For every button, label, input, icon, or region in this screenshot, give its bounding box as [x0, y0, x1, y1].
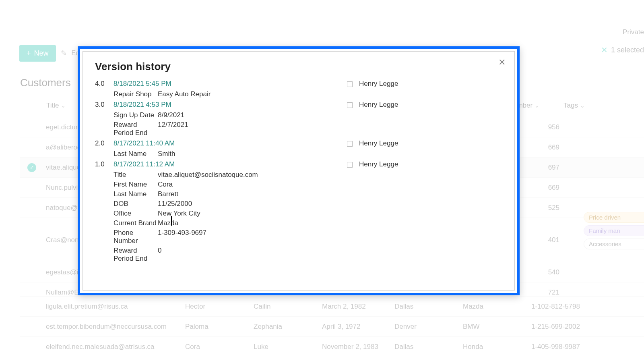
close-button[interactable]: ✕	[498, 57, 506, 68]
row-number: 401	[531, 236, 559, 244]
chevron-down-icon: ⌄	[580, 102, 585, 109]
field-value[interactable]: Easy Auto Repair	[158, 90, 347, 98]
version-history-dialog: Version history ✕ 4.08/18/2021 5:45 PMHe…	[78, 46, 520, 295]
row-number: 669	[531, 143, 559, 151]
field-value: 0	[158, 247, 347, 263]
dob: April 3, 1972	[322, 323, 394, 331]
row-title: eleifend.nec.malesuada@atrisus.ca	[20, 343, 185, 351]
row-title: ligula.elit.pretium@risus.ca	[20, 303, 185, 311]
text-cursor	[171, 216, 172, 226]
table-row[interactable]: eleifend.nec.malesuada@atrisus.caCoraLuk…	[20, 336, 644, 357]
table-row[interactable]: ligula.elit.pretium@risus.caHectorCailin…	[20, 296, 644, 316]
brand: Honda	[463, 343, 531, 351]
version-number: 3.0	[95, 101, 114, 109]
office: Denver	[394, 323, 463, 331]
row-tags: Price drivenFamily manAccessories	[584, 212, 644, 249]
col-title[interactable]: Title ⌄	[46, 102, 66, 110]
version-number: 4.0	[95, 80, 114, 88]
field-label: Repair Shop	[114, 90, 158, 98]
version-user: Henry Legge	[359, 101, 480, 109]
pencil-icon[interactable]: ✎	[61, 49, 67, 58]
clear-selection-icon[interactable]: ✕	[601, 45, 608, 55]
field-label: Sign Up Date	[114, 111, 158, 119]
version-checkbox[interactable]	[347, 162, 353, 168]
field-value: 8/9/2021	[158, 111, 347, 119]
field-label: Last Name	[114, 190, 158, 198]
version-user: Henry Legge	[359, 139, 480, 147]
version-user: Henry Legge	[359, 160, 480, 168]
row-title: vitae.aliquet	[46, 164, 83, 172]
first-name: Hector	[185, 303, 254, 311]
row-title: est.tempor.bibendum@neccursusa.com	[20, 323, 185, 331]
field-value: 1-309-493-9697	[158, 229, 347, 245]
privacy-label: Private	[623, 28, 644, 36]
chevron-down-icon: ⌄	[61, 102, 66, 109]
field-label: Office	[114, 210, 158, 218]
selection-count: 1 selected	[611, 46, 644, 54]
table-row[interactable]: est.tempor.bibendum@neccursusa.comPaloma…	[20, 316, 644, 336]
field-label: DOB	[114, 200, 158, 208]
version-checkbox[interactable]	[347, 81, 353, 87]
row-title: Nunc.pulvin	[46, 184, 82, 192]
last-name: Zephania	[254, 323, 322, 331]
dob: November 2, 1983	[322, 343, 394, 351]
dob: March 2, 1982	[322, 303, 394, 311]
version-number: 2.0	[95, 139, 114, 147]
version-date-link[interactable]: 8/18/2021 5:45 PM	[114, 80, 347, 88]
tag[interactable]: Accessories	[584, 239, 644, 249]
field-value: 11/25/2000	[158, 200, 347, 208]
field-value: Mazda	[158, 219, 347, 227]
version-date-link[interactable]: 8/17/2021 11:12 AM	[114, 160, 347, 168]
field-label: Last Name	[114, 150, 158, 158]
row-number: 669	[531, 184, 559, 192]
tag[interactable]: Family man	[584, 225, 644, 236]
new-button[interactable]: + New	[19, 45, 56, 62]
field-value: vitae.aliquet@sociisnatoque.com	[158, 171, 347, 179]
field-label: Reward Period End	[114, 121, 158, 137]
field-label: Reward Period End	[114, 247, 158, 263]
new-button-label: New	[34, 49, 49, 58]
brand: BMW	[463, 323, 531, 331]
phone: 1-405-998-9987	[531, 343, 612, 351]
row-number: 721	[531, 288, 559, 297]
version-date-link[interactable]: 8/18/2021 4:53 PM	[114, 101, 347, 109]
row-number: 697	[531, 164, 559, 172]
tag[interactable]: Price driven	[584, 212, 644, 223]
office: Dallas	[394, 343, 463, 351]
plus-icon: +	[27, 49, 31, 58]
first-name: Paloma	[185, 323, 254, 331]
field-label: Phone Number	[114, 229, 158, 245]
field-label: Title	[114, 171, 158, 179]
row-number: 540	[531, 268, 559, 276]
field-value: 12/7/2021	[158, 121, 347, 137]
field-value: Barrett	[158, 190, 347, 198]
office: Dallas	[394, 303, 463, 311]
brand: Mazda	[463, 303, 531, 311]
field-value: Cora	[158, 180, 347, 189]
row-number: 525	[531, 204, 559, 212]
row-number: 956	[531, 123, 559, 131]
last-name: Cailin	[254, 303, 322, 311]
col-tags[interactable]: Tags ⌄	[564, 102, 585, 110]
version-checkbox[interactable]	[347, 141, 353, 147]
version-number: 1.0	[95, 160, 114, 168]
version-date-link[interactable]: 8/17/2021 11:40 AM	[114, 139, 347, 147]
version-user: Henry Legge	[359, 80, 480, 88]
field-label: First Name	[114, 180, 158, 189]
list-title: Customers	[20, 77, 71, 89]
field-label: Current Brand	[114, 219, 158, 227]
phone: 1-215-699-2002	[531, 323, 612, 331]
version-checkbox[interactable]	[347, 102, 353, 108]
field-value: Smith	[158, 150, 347, 158]
first-name: Cora	[185, 343, 254, 351]
check-icon: ✓	[27, 163, 36, 172]
last-name: Luke	[254, 343, 322, 351]
dialog-title: Version history	[83, 60, 514, 79]
field-value: New York City	[158, 210, 347, 218]
chevron-down-icon: ⌄	[535, 102, 539, 109]
phone: 1-102-812-5798	[531, 303, 612, 311]
